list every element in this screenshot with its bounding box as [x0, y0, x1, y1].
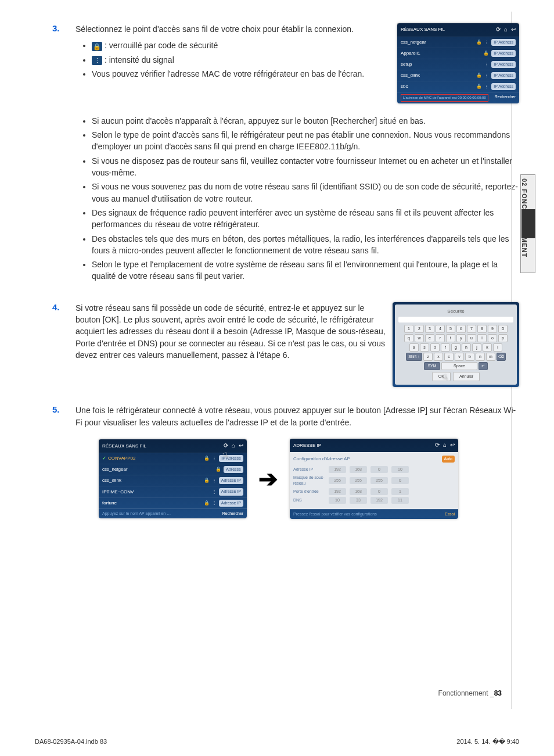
- mock1-search-button[interactable]: Rechercher: [495, 94, 516, 102]
- key[interactable]: o: [488, 334, 497, 342]
- kb-row-5: SYMSpace↵: [398, 362, 513, 370]
- key[interactable]: s: [420, 343, 429, 352]
- mock-left-row-3-btn[interactable]: Adresse IP: [219, 488, 243, 495]
- key[interactable]: g: [451, 343, 461, 352]
- mock-left-row-4[interactable]: fortune🔒⋮Adresse IP: [99, 497, 247, 508]
- enter-key[interactable]: ↵: [479, 362, 488, 370]
- ip-cell[interactable]: 0: [391, 477, 409, 484]
- refresh-icon[interactable]: ⟳: [435, 442, 440, 448]
- home-icon[interactable]: ⌂: [443, 442, 447, 448]
- mock1-row-1[interactable]: Appareil1🔒IP Address: [397, 48, 519, 59]
- ip-cell[interactable]: 0: [370, 466, 388, 473]
- mock1-row-4[interactable]: sbc🔒⋮IP Address: [397, 81, 519, 92]
- ip-cell[interactable]: 192: [329, 466, 346, 473]
- mock-right-header-icons: ⟳⌂↩: [431, 441, 455, 450]
- mock-left-row-3[interactable]: IPTIME~CONV⋮Adresse IP: [99, 486, 247, 497]
- ip-cell[interactable]: 255: [350, 477, 367, 484]
- mock-left-row-2[interactable]: css_dlink🔒⋮Adresse IP: [99, 475, 247, 486]
- ip-cell[interactable]: 33: [350, 497, 367, 504]
- back-icon[interactable]: ↩: [511, 26, 516, 33]
- ip-cell[interactable]: 168: [350, 488, 367, 495]
- key[interactable]: j: [472, 343, 481, 352]
- mock-left-footer: Appuyez sur le nom AP appareil en … Rech…: [99, 508, 247, 518]
- ip-cell[interactable]: 255: [370, 477, 388, 484]
- ip-cell[interactable]: 255: [329, 477, 346, 484]
- back-icon[interactable]: ↩: [450, 442, 455, 448]
- key[interactable]: x: [434, 353, 443, 361]
- key[interactable]: 1: [404, 325, 413, 333]
- key[interactable]: t: [446, 334, 455, 342]
- key[interactable]: n: [476, 353, 485, 361]
- test-button[interactable]: Essai: [445, 511, 455, 517]
- mock1-row-3[interactable]: css_dlink🔒⋮IP Address: [397, 70, 519, 81]
- mock1-title: RÉSEAUX SANS FIL: [401, 26, 445, 33]
- key[interactable]: z: [423, 353, 433, 361]
- keyboard-input[interactable]: [398, 317, 513, 323]
- key[interactable]: 5: [446, 325, 455, 333]
- key[interactable]: v: [455, 353, 464, 361]
- footer-section: Fonctionnement _: [438, 689, 494, 697]
- key[interactable]: y: [456, 334, 466, 342]
- kb-row-2: qwertyuiop: [398, 334, 513, 342]
- mock-left-row-1-btn[interactable]: Adresse: [224, 466, 243, 473]
- mock1-row-2-btn[interactable]: IP Address: [491, 61, 516, 68]
- key[interactable]: f: [441, 343, 450, 352]
- mock1-row-0-btn[interactable]: IP Address: [491, 39, 516, 46]
- shift-key[interactable]: Shift ↑: [406, 353, 422, 361]
- key[interactable]: h: [462, 343, 471, 352]
- backspace-key[interactable]: ⌫: [497, 353, 506, 361]
- key[interactable]: 8: [477, 325, 487, 333]
- key[interactable]: l: [493, 343, 502, 352]
- mock-left-row-2-btn[interactable]: Adresse IP: [219, 477, 243, 484]
- key[interactable]: i: [477, 334, 487, 342]
- key[interactable]: u: [467, 334, 476, 342]
- cancel-button[interactable]: Annuler: [453, 372, 480, 381]
- ip-cell[interactable]: 192: [370, 497, 388, 504]
- step-4-number: 4.: [52, 302, 75, 388]
- key[interactable]: k: [483, 343, 492, 352]
- ip-cell[interactable]: 1: [391, 488, 409, 495]
- key[interactable]: 6: [456, 325, 466, 333]
- ip-cell[interactable]: 10: [329, 497, 346, 504]
- key[interactable]: r: [436, 334, 445, 342]
- key[interactable]: d: [430, 343, 440, 352]
- key[interactable]: 7: [467, 325, 476, 333]
- key[interactable]: 0: [498, 325, 508, 333]
- mock1-row-4-btn[interactable]: IP Address: [491, 83, 516, 90]
- mock-left-row-1[interactable]: css_netgear🔒Adresse: [99, 464, 247, 475]
- key[interactable]: a: [409, 343, 419, 352]
- key[interactable]: b: [465, 353, 474, 361]
- key[interactable]: 4: [436, 325, 445, 333]
- ip-cell[interactable]: 11: [391, 497, 409, 504]
- key[interactable]: 3: [425, 325, 434, 333]
- mock-left-search-button[interactable]: Rechercher: [222, 511, 243, 517]
- refresh-icon[interactable]: ⟳: [224, 442, 228, 449]
- lock-icon: 🔒: [476, 83, 482, 90]
- key[interactable]: e: [425, 334, 434, 342]
- sym-key[interactable]: SYM: [424, 362, 440, 370]
- space-key[interactable]: Space: [441, 362, 477, 370]
- ip-cell[interactable]: 0: [370, 488, 388, 495]
- key[interactable]: c: [444, 353, 454, 361]
- mock1-row-0[interactable]: css_netgear🔒⋮IP Address: [397, 37, 519, 48]
- key[interactable]: w: [415, 334, 424, 342]
- step-5: 5. Une fois le réfrigérateur connecté à …: [52, 404, 519, 519]
- key[interactable]: 2: [415, 325, 424, 333]
- ip-cell[interactable]: 192: [329, 488, 346, 495]
- ip-cell[interactable]: 10: [391, 466, 409, 473]
- mock1-row-2[interactable]: setup⋮IP Address: [397, 59, 519, 70]
- key[interactable]: 9: [488, 325, 497, 333]
- auto-button[interactable]: Auto: [442, 456, 455, 463]
- refresh-icon[interactable]: ⟳: [496, 26, 501, 33]
- home-icon[interactable]: ⌂: [504, 26, 508, 33]
- key[interactable]: q: [404, 334, 413, 342]
- mock-left-row-4-btn[interactable]: Adresse IP: [219, 500, 243, 507]
- ip-cell[interactable]: 168: [350, 466, 367, 473]
- back-icon[interactable]: ↩: [239, 442, 243, 449]
- home-icon[interactable]: ⌂: [232, 442, 235, 449]
- ip-config-row: Configuration d'Adresse AP Auto: [293, 456, 455, 463]
- key[interactable]: p: [498, 334, 508, 342]
- mock1-row-1-btn[interactable]: IP Address: [491, 50, 516, 57]
- key[interactable]: m: [486, 353, 495, 361]
- mock1-row-3-btn[interactable]: IP Address: [491, 72, 516, 79]
